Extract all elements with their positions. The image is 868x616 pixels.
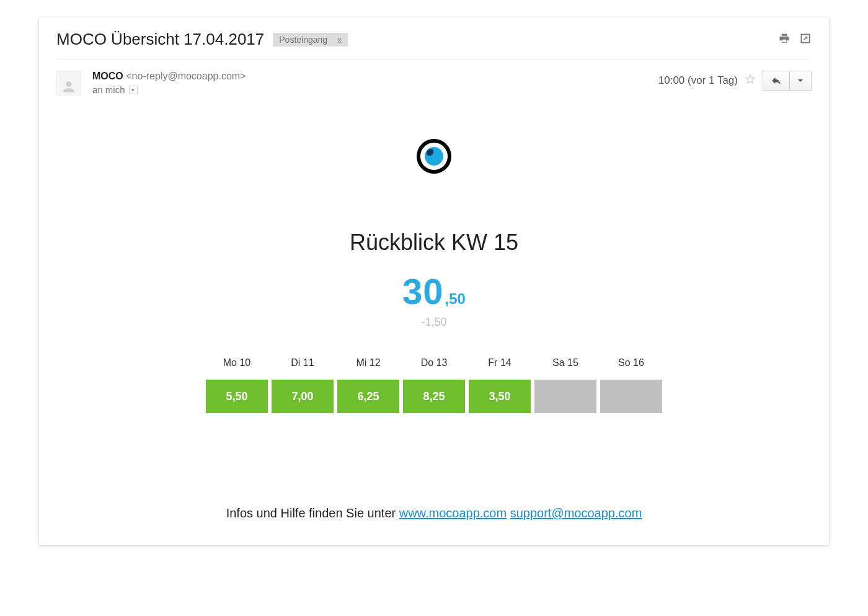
email-card: MOCO Übersicht 17.04.2017 Posteingang x … (39, 17, 829, 545)
right-meta: 10:00 (vor 1 Tag) (658, 71, 812, 91)
star-icon[interactable] (744, 73, 756, 89)
moco-logo-icon (417, 139, 451, 174)
day-column: So 16 (600, 357, 662, 413)
timestamp: 10:00 (vor 1 Tag) (658, 74, 738, 87)
reply-button[interactable] (763, 71, 790, 91)
reply-more-button[interactable] (790, 71, 812, 91)
footer-link-support[interactable]: support@mocoapp.com (510, 506, 642, 520)
email-body: Rückblick KW 15 30,50 -1,50 Mo 105,50Di … (56, 96, 812, 520)
sender-block: MOCO <no-reply@mocoapp.com> an mich ▾ (92, 71, 647, 95)
sender-line: MOCO <no-reply@mocoapp.com> (92, 71, 647, 82)
total-hours-whole: 30 (402, 271, 444, 311)
email-header: MOCO Übersicht 17.04.2017 Posteingang x (56, 30, 812, 60)
review-title: Rückblick KW 15 (56, 230, 812, 256)
day-column: Do 138,25 (403, 357, 465, 413)
inbox-label-chip[interactable]: Posteingang x (273, 33, 348, 47)
day-value-box: 5,50 (206, 380, 268, 413)
day-label: Mo 10 (206, 357, 268, 368)
day-label: Do 13 (403, 357, 465, 368)
sender-address: <no-reply@mocoapp.com> (126, 71, 246, 81)
day-value-box: 3,50 (469, 380, 531, 413)
reply-button-group (763, 71, 812, 91)
footer-text: Infos und Hilfe finden Sie unter www.moc… (56, 506, 812, 520)
day-label: Sa 15 (534, 357, 596, 368)
recipient-line[interactable]: an mich ▾ (92, 84, 647, 95)
total-hours: 30,50 (56, 270, 812, 312)
hours-delta: -1,50 (56, 316, 812, 329)
day-label: So 16 (600, 357, 662, 368)
email-meta: MOCO <no-reply@mocoapp.com> an mich ▾ 10… (56, 60, 812, 96)
day-column: Sa 15 (534, 357, 596, 413)
subject-wrap: MOCO Übersicht 17.04.2017 Posteingang x (56, 30, 348, 49)
day-label: Mi 12 (337, 357, 399, 368)
header-actions (778, 32, 812, 47)
day-value-box (534, 380, 596, 413)
day-label: Fr 14 (469, 357, 531, 368)
footer-link-site[interactable]: www.mocoapp.com (399, 506, 507, 520)
footer-prefix: Infos und Hilfe finden Sie unter (226, 506, 399, 520)
day-column: Mi 126,25 (337, 357, 399, 413)
total-hours-fraction: ,50 (445, 290, 466, 307)
avatar (56, 71, 81, 96)
day-value-box (600, 380, 662, 413)
week-overview: Mo 105,50Di 117,00Mi 126,25Do 138,25Fr 1… (56, 357, 812, 413)
day-value-box: 7,00 (272, 380, 334, 413)
day-value-box: 8,25 (403, 380, 465, 413)
day-column: Fr 143,50 (469, 357, 531, 413)
remove-label-icon[interactable]: x (335, 35, 344, 45)
day-value-box: 6,25 (337, 380, 399, 413)
recipient-text: an mich (92, 84, 125, 95)
print-icon[interactable] (778, 32, 790, 47)
day-column: Di 117,00 (272, 357, 334, 413)
day-column: Mo 105,50 (206, 357, 268, 413)
email-subject: MOCO Übersicht 17.04.2017 (56, 30, 264, 49)
inbox-label-text: Posteingang (279, 35, 327, 45)
open-new-window-icon[interactable] (799, 32, 812, 47)
sender-name: MOCO (92, 71, 123, 81)
day-label: Di 11 (272, 357, 334, 368)
recipient-dropdown-icon[interactable]: ▾ (129, 86, 138, 94)
